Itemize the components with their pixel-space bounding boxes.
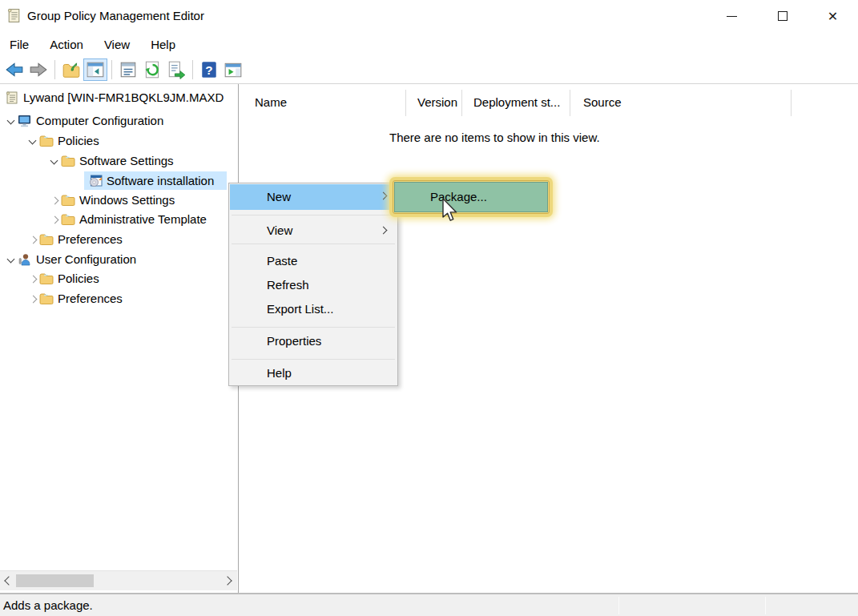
menu-file[interactable]: File xyxy=(10,38,29,51)
context-menu-item-view[interactable]: View xyxy=(230,219,397,242)
tree-item-administrative-templates[interactable]: Administrative Template xyxy=(0,209,238,229)
tree-item-software-settings[interactable]: Software Settings xyxy=(0,151,238,171)
menu-separator xyxy=(232,327,395,328)
folder-icon xyxy=(39,233,54,246)
folder-icon xyxy=(61,194,75,207)
refresh-icon xyxy=(143,60,162,79)
context-menu-item-properties[interactable]: Properties xyxy=(230,329,397,352)
context-menu-item-refresh[interactable]: Refresh xyxy=(230,273,397,296)
collapse-chevron-icon[interactable] xyxy=(26,272,39,285)
maximize-button[interactable] xyxy=(757,0,808,32)
collapse-chevron-icon[interactable] xyxy=(48,194,61,207)
expand-chevron-icon[interactable] xyxy=(48,155,61,167)
column-header-filler xyxy=(792,90,858,116)
toolbar-separator xyxy=(54,60,55,79)
list-header: Name Version Deployment st... Source xyxy=(242,90,858,116)
horizontal-scrollbar[interactable] xyxy=(0,570,237,590)
context-menu-item-new[interactable]: New xyxy=(230,184,397,210)
folder-icon xyxy=(39,292,54,305)
forward-button[interactable] xyxy=(26,58,50,81)
context-menu-item-help[interactable]: Help xyxy=(230,361,397,384)
collapse-chevron-icon[interactable] xyxy=(26,233,39,246)
expand-chevron-icon[interactable] xyxy=(5,115,18,127)
properties-icon xyxy=(119,60,138,79)
close-button[interactable] xyxy=(808,0,858,32)
status-text: Adds a package. xyxy=(3,598,93,612)
menu-action[interactable]: Action xyxy=(50,38,83,51)
titlebar: Group Policy Management Editor xyxy=(0,0,858,32)
window-title: Group Policy Management Editor xyxy=(27,9,204,22)
tree-item-computer-configuration[interactable]: Computer Configuration xyxy=(0,111,238,131)
statusbar: Adds a package. xyxy=(0,593,858,616)
mouse-cursor-icon xyxy=(441,198,461,223)
collapse-chevron-icon[interactable] xyxy=(48,213,61,226)
refresh-button[interactable] xyxy=(140,58,164,81)
tree-item-label: Policies xyxy=(58,272,99,285)
column-header-source[interactable]: Source xyxy=(570,90,792,116)
scroll-left-icon[interactable] xyxy=(2,574,14,587)
minimize-button[interactable] xyxy=(707,0,757,32)
column-header-name[interactable]: Name xyxy=(242,90,406,116)
menu-help[interactable]: Help xyxy=(151,38,175,51)
context-menu-item-export-list[interactable]: Export List... xyxy=(230,297,397,320)
tree-item-preferences[interactable]: Preferences xyxy=(0,229,238,249)
column-header-version[interactable]: Version xyxy=(406,90,462,116)
help-icon: ? xyxy=(199,60,219,79)
tree-item-label: Windows Settings xyxy=(79,193,175,207)
console-tree-pane: Lywand [WIN-FMR1BQKL9JM.MAXD Computer Co… xyxy=(0,84,239,593)
up-one-level-button[interactable] xyxy=(59,58,83,81)
scroll-right-icon[interactable] xyxy=(224,574,235,587)
tree-item-user-preferences[interactable]: Preferences xyxy=(0,288,238,308)
tree-item-label: Computer Configuration xyxy=(36,114,163,127)
minimize-icon xyxy=(727,16,737,17)
back-button[interactable] xyxy=(2,58,26,81)
export-list-button[interactable] xyxy=(164,58,188,81)
folder-icon xyxy=(61,213,75,226)
collapse-chevron-icon[interactable] xyxy=(26,292,39,305)
context-menu-item-paste[interactable]: Paste xyxy=(230,249,397,272)
tree-item-user-configuration[interactable]: User Configuration xyxy=(0,249,238,269)
tree-item-label: Lywand [WIN-FMR1BQKL9JM.MAXD xyxy=(23,91,224,104)
menubar: File Action View Help xyxy=(0,32,858,56)
tree-item-label: Administrative Template xyxy=(79,212,207,226)
user-icon xyxy=(18,253,32,266)
computer-icon xyxy=(18,115,32,127)
help-button[interactable]: ? xyxy=(197,58,221,81)
window-controls xyxy=(707,0,858,32)
tree-item-label: Preferences xyxy=(58,292,123,305)
menu-view[interactable]: View xyxy=(104,38,130,51)
back-arrow-icon xyxy=(5,60,24,79)
close-icon xyxy=(828,9,838,24)
context-menu: New View Paste Refresh Export List... Pr… xyxy=(228,183,398,386)
menu-separator xyxy=(232,359,395,360)
software-installation-icon xyxy=(88,175,103,187)
tree-item-policies[interactable]: Policies xyxy=(0,131,238,151)
tree-item-label: User Configuration xyxy=(36,252,136,266)
gpo-scroll-icon xyxy=(6,8,22,23)
console-tree-icon xyxy=(86,60,105,79)
maximize-icon xyxy=(778,11,788,21)
svg-text:?: ? xyxy=(205,63,212,77)
properties-button[interactable] xyxy=(116,58,140,81)
group-policy-management-editor-window: Group Policy Management Editor File Acti… xyxy=(0,0,858,616)
submenu-item-package[interactable]: Package... xyxy=(394,182,548,212)
column-header-deployment-state[interactable]: Deployment st... xyxy=(462,90,570,116)
tree-item-label: Software Settings xyxy=(79,154,174,167)
tree-item-windows-settings[interactable]: Windows Settings xyxy=(0,190,238,210)
new-window-button[interactable] xyxy=(221,58,245,81)
expand-chevron-icon[interactable] xyxy=(26,135,39,147)
tree-selection-highlight: Software installation xyxy=(84,171,227,190)
folder-icon xyxy=(39,272,54,285)
scrollbar-thumb[interactable] xyxy=(16,574,94,587)
gpo-scroll-icon xyxy=(5,91,19,104)
expand-chevron-icon[interactable] xyxy=(5,253,18,266)
tree-item-software-installation[interactable]: Software installation xyxy=(0,171,238,191)
tree-item-label: Policies xyxy=(58,134,99,147)
tree-item-user-policies[interactable]: Policies xyxy=(0,268,238,288)
toolbar-separator xyxy=(192,60,193,79)
show-hide-console-tree-button[interactable] xyxy=(83,58,107,81)
tree-item-root[interactable]: Lywand [WIN-FMR1BQKL9JM.MAXD xyxy=(0,87,238,107)
export-list-icon xyxy=(167,60,186,79)
menu-separator xyxy=(232,244,395,244)
forward-arrow-icon xyxy=(29,60,48,79)
